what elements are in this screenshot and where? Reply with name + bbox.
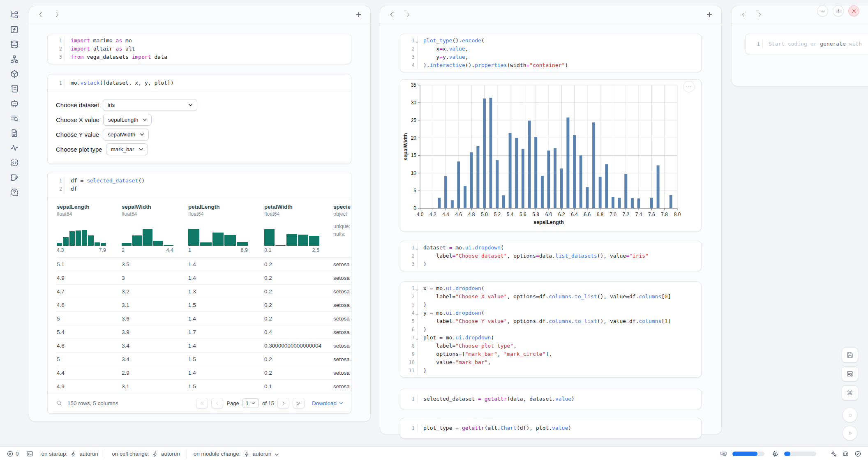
table-column-header[interactable]: petalWidthfloat640.12.5 <box>264 204 333 253</box>
table-row[interactable]: 4.73.21.30.2setosa <box>57 284 351 298</box>
table-column-header[interactable]: speciesobjectunique:nulls: <box>333 204 351 253</box>
sidebar-list-search-icon[interactable] <box>7 111 22 126</box>
code-line[interactable]: 1selected_dataset = getattr(data, datase… <box>400 395 701 403</box>
code-line[interactable]: 1mo.vstack([dataset, x, y, plot]) <box>48 79 351 87</box>
chevron-left-icon[interactable] <box>37 12 44 18</box>
last-page-button[interactable] <box>293 398 305 408</box>
fold-chevron-icon[interactable] <box>415 38 419 42</box>
cell-vstack[interactable]: 1mo.vstack([dataset, x, y, plot]) Choose… <box>47 74 351 164</box>
code-line[interactable]: 4).interactive().properties(width="conta… <box>400 61 701 69</box>
dropdown-choose-dataset[interactable]: iris <box>103 99 197 111</box>
sidebar-dependency-graph-icon[interactable] <box>7 52 22 67</box>
dropdown-choose-y-value[interactable]: sepalWidth <box>103 129 149 141</box>
download-button[interactable]: Download <box>312 400 344 406</box>
code-line[interactable]: 1import marimo as mo <box>48 37 351 45</box>
code-line[interactable]: 1x = mo.ui.dropdown( <box>400 284 701 293</box>
cell-plot-type[interactable]: 1plot_type = getattr(alt.Chart(df), plot… <box>400 418 702 438</box>
fold-chevron-icon[interactable] <box>415 311 419 314</box>
search-icon[interactable] <box>56 400 62 406</box>
code-line[interactable]: 7plot = mo.ui.dropdown( <box>400 334 701 342</box>
stop-button[interactable] <box>843 408 857 422</box>
sidebar-file-tree-icon[interactable] <box>7 7 22 22</box>
code-line[interactable]: 2 x=x.value, <box>400 45 701 53</box>
sidebar-activity-icon[interactable] <box>7 141 22 155</box>
sidebar-document-icon[interactable] <box>7 126 22 141</box>
code-line[interactable]: 8 label="Choose plot type", <box>400 342 701 350</box>
settings-button[interactable] <box>833 5 844 16</box>
cell-dataset-dropdown[interactable]: 1dataset = mo.ui.dropdown(2 label="Choos… <box>400 241 702 271</box>
terminal-button[interactable] <box>26 450 33 457</box>
code-line[interactable]: 3from vega_datasets import data <box>48 53 351 61</box>
table-row[interactable]: 4.931.40.2setosa <box>57 271 351 284</box>
close-button[interactable] <box>848 5 859 16</box>
layout-button[interactable] <box>842 366 858 381</box>
code-line[interactable]: 6) <box>400 325 701 334</box>
sidebar-help-icon[interactable] <box>7 185 22 200</box>
sidebar-database-icon[interactable] <box>7 37 22 52</box>
chevron-right-icon[interactable] <box>405 12 411 18</box>
table-row[interactable]: 53.61.40.2setosa <box>57 311 351 325</box>
table-row[interactable]: 5.43.91.70.4setosa <box>57 325 351 339</box>
sidebar-scratchpad-icon[interactable] <box>7 155 22 170</box>
code-line[interactable]: 2 label="Choose dataset", options=data.l… <box>400 252 701 260</box>
table-row[interactable]: 4.63.11.50.2setosa <box>57 298 351 311</box>
autorun-setting[interactable]: on module change:autorun <box>194 451 280 457</box>
table-row[interactable]: 4.63.41.40.30000000000000004setosa <box>57 339 351 352</box>
code-line[interactable]: 4y = mo.ui.dropdown( <box>400 309 701 317</box>
code-line[interactable]: 2import altair as alt <box>48 45 351 53</box>
autorun-setting[interactable]: on cell change:autorun <box>112 451 180 457</box>
sparkles-icon[interactable] <box>830 450 837 457</box>
cell-imports[interactable]: 1import marimo as mo2import altair as al… <box>47 34 351 64</box>
code-line[interactable]: 1 Start coding or generate with <box>746 40 868 48</box>
plus-icon[interactable] <box>706 11 713 18</box>
chevron-right-icon[interactable] <box>757 12 763 18</box>
code-line[interactable]: 11) <box>400 366 701 375</box>
sidebar-function-square-icon[interactable] <box>7 22 22 37</box>
save-button[interactable] <box>842 348 858 362</box>
code-line[interactable]: 1dataset = mo.ui.dropdown( <box>400 244 701 252</box>
copilot-icon[interactable] <box>842 450 849 457</box>
chevron-right-icon[interactable] <box>54 12 60 18</box>
cell-dataframe[interactable]: 1df = selected_dataset()2df sepalLengthf… <box>47 172 351 414</box>
table-row[interactable]: 53.41.50.2setosa <box>57 352 351 366</box>
page-select[interactable]: 1 <box>242 398 259 408</box>
chevron-left-icon[interactable] <box>740 12 746 18</box>
next-page-button[interactable] <box>277 398 289 408</box>
table-row[interactable]: 4.93.11.50.1setosa <box>57 379 351 393</box>
cell-selected-dataset[interactable]: 1selected_dataset = getattr(data, datase… <box>400 389 702 409</box>
sidebar-notebook-pen-icon[interactable] <box>7 170 22 185</box>
dropdown-choose-plot-type[interactable]: mark_bar <box>106 143 148 155</box>
run-button[interactable] <box>843 426 857 440</box>
code-line[interactable]: 2 label="Choose X value", options=df.col… <box>400 293 701 301</box>
code-line[interactable]: 5 label="Choose Y value", options=df.col… <box>400 317 701 325</box>
code-line[interactable]: 3) <box>400 260 701 268</box>
code-line[interactable]: 9 options=["mark_bar", "mark_circle"], <box>400 350 701 358</box>
code-line[interactable]: 3 y=y.value, <box>400 53 701 61</box>
chart-options-button[interactable]: ⋯ <box>683 81 695 92</box>
sidebar-chat-bot-icon[interactable] <box>7 96 22 111</box>
menu-button[interactable] <box>817 5 828 16</box>
bar-chart[interactable]: 051015202530354.04.24.44.64.85.05.25.45.… <box>400 80 701 233</box>
cell-ai-placeholder[interactable]: 1 Start coding or generate with <box>745 34 868 54</box>
autorun-setting[interactable]: on startup:autorun <box>42 451 99 457</box>
fold-chevron-icon[interactable] <box>415 245 419 249</box>
code-line[interactable]: 1plot_type = getattr(alt.Chart(df), plot… <box>400 424 701 432</box>
code-line[interactable]: 1df = selected_dataset() <box>48 177 351 185</box>
dropdown-choose-x-value[interactable]: sepalLength <box>103 114 152 126</box>
table-column-header[interactable]: petalLengthfloat6416.9 <box>188 204 264 253</box>
generate-link[interactable]: generate <box>820 41 846 47</box>
table-column-header[interactable]: sepalWidthfloat6424.4 <box>122 204 188 253</box>
table-row[interactable]: 5.13.51.40.2setosa <box>57 257 351 271</box>
code-line[interactable]: 3) <box>400 301 701 309</box>
sidebar-package-icon[interactable] <box>7 67 22 81</box>
code-line[interactable]: 2df <box>48 185 351 193</box>
code-editor-placeholder[interactable]: Start coding or generate with <box>763 40 865 48</box>
error-counter[interactable]: 0 <box>7 450 19 457</box>
prev-page-button[interactable] <box>211 398 223 408</box>
check-circle-icon[interactable] <box>854 450 861 457</box>
plus-icon[interactable] <box>355 11 362 18</box>
table-column-header[interactable]: sepalLengthfloat644.37.9 <box>57 204 122 253</box>
shortcuts-button[interactable] <box>842 385 858 400</box>
sidebar-scroll-icon[interactable] <box>7 81 22 96</box>
first-page-button[interactable] <box>196 398 208 408</box>
